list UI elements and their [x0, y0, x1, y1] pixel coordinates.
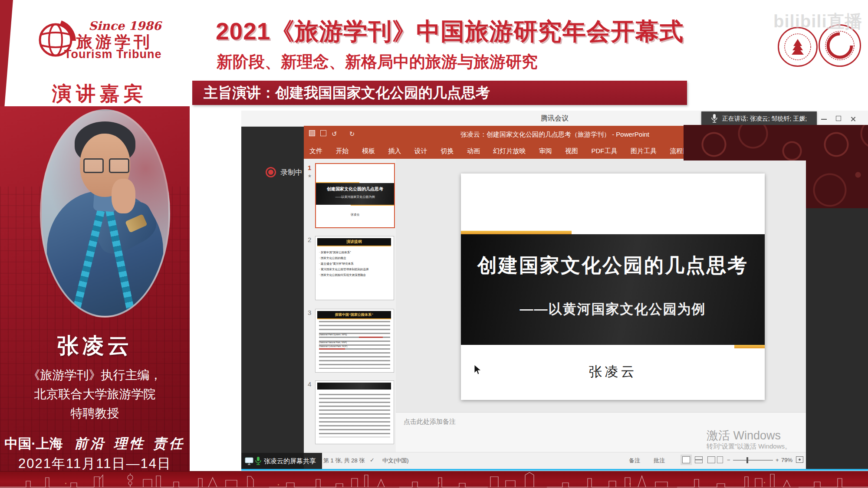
screen-share-toast: 张凌云的屏幕共享: [241, 453, 322, 469]
zoom-out-button[interactable]: −: [727, 457, 730, 463]
language-status[interactable]: 中文(中国): [382, 457, 409, 465]
animation-star-icon: ★: [308, 174, 312, 178]
slide-edit-area[interactable]: 创建国家文化公园的几点思考 ——以黄河国家文化公园为例 张凌云: [396, 159, 806, 412]
microphone-icon: [711, 114, 718, 123]
thumb-number-3: 3: [308, 309, 311, 316]
thumb-number-4: 4: [308, 380, 311, 388]
slide-thumbnail-4[interactable]: [315, 380, 394, 444]
notes-toggle-button[interactable]: 备注: [629, 457, 640, 465]
ppt-statusbar: 第 1 张, 共 28 张 ✓ 中文(中国) 备注 批注 − + 79%: [304, 452, 806, 469]
activate-windows-line2: 转到“设置”以激活 Windows。: [707, 442, 791, 451]
restore-icon: [836, 116, 841, 121]
slideshow-view-button[interactable]: [717, 456, 723, 463]
ribbon-tab-review[interactable]: 审阅: [533, 143, 558, 159]
speaker-credential-3: 特聘教授: [0, 405, 190, 422]
zoom-slider[interactable]: [733, 460, 773, 461]
keynote-banner-text: 主旨演讲：创建我国国家文化公园的几点思考: [192, 81, 687, 105]
thumb1-accent2: [351, 205, 394, 206]
screen-share-toast-text: 张凌云的屏幕共享: [264, 457, 316, 465]
photo-glasses-left: [83, 158, 104, 173]
close-icon: [851, 116, 856, 121]
thumb4-body-text: [319, 394, 390, 437]
current-slide-canvas[interactable]: 创建国家文化公园的几点思考 ——以黄河国家文化公园为例 张凌云: [461, 174, 765, 400]
event-subtitle: 新阶段、新理念、新格局中的旅游与旅游研究: [217, 51, 538, 73]
slide-thumbnail-panel[interactable]: 1 ★ 创建国家文化公园的几点思考 ——以黄河国家文化公园为例 张凌云 2 演讲…: [304, 159, 396, 452]
meeting-titlebar[interactable]: 腾讯会议 正在讲话: 张凌云; 邹统钎; 王媛;: [241, 111, 868, 127]
speaker-credential-1: 《旅游学刊》执行主编，: [0, 367, 190, 383]
thumb4-title-band: [317, 383, 391, 390]
slide-accent-bottom: [734, 345, 765, 348]
slide-author: 张凌云: [461, 363, 765, 381]
zoom-slider-handle[interactable]: [746, 457, 748, 463]
recording-label: 录制中: [280, 167, 302, 177]
slide-sorter-view-button[interactable]: [695, 456, 703, 463]
slide-accent-top: [461, 231, 572, 234]
thumb2-header: 演讲提纲: [317, 238, 391, 246]
record-icon: [266, 167, 276, 177]
desktop-wallpaper-pattern-side: [806, 125, 868, 208]
ribbon-tab-file[interactable]: 文件: [304, 143, 328, 159]
ribbon-tab-pdf-tools[interactable]: PDF工具: [586, 143, 623, 159]
minimize-button[interactable]: [821, 115, 834, 122]
thumb2-bullets: · 探索中国“国家公园体系” · 国家文化公园的概念 · 建立健全“黄河学”研究…: [319, 249, 392, 278]
ribbon-tab-template[interactable]: 模板: [356, 143, 381, 159]
share-border-line: [241, 469, 868, 471]
ribbon-tab-design[interactable]: 设计: [409, 143, 433, 159]
activate-windows-line1: 激活 Windows: [707, 428, 781, 443]
close-button[interactable]: [851, 115, 864, 122]
photo-hand: [112, 179, 135, 213]
thumb3-header: 探索中国“国家公园体系”: [317, 311, 391, 319]
event-location: 中国·上海: [4, 436, 62, 451]
speaking-indicator-text: 正在讲话: 张凌云; 邹统钎; 王媛;: [722, 115, 807, 123]
speaker-role-label: 演讲嘉宾: [0, 81, 200, 107]
spellcheck-icon[interactable]: ✓: [370, 457, 375, 463]
ribbon-tab-slideshow[interactable]: 幻灯片放映: [487, 143, 531, 159]
speaker-name: 张凌云: [0, 331, 190, 360]
notes-placeholder: 点击此处添加备注: [404, 418, 456, 426]
speaker-credential-2: 北京联合大学旅游学院: [0, 386, 190, 403]
slide-thumbnail-3[interactable]: 探索中国“国家公园体系” (National Park System, NPS)…: [315, 309, 394, 373]
thumb1-title: 创建国家文化公园的几点思考: [316, 186, 394, 192]
zoom-in-button[interactable]: +: [776, 457, 779, 463]
thumb1-title-band: 创建国家文化公园的几点思考 ——以黄河国家文化公园为例: [316, 183, 394, 205]
tencent-meeting-window: 腾讯会议 正在讲话: 张凌云; 邹统钎; 王媛; 录制中 ↺ ↻ 张凌云：创建国…: [241, 111, 868, 471]
slide-thumbnail-2[interactable]: 演讲提纲 · 探索中国“国家公园体系” · 国家文化公园的概念 · 建立健全“黄…: [315, 236, 394, 300]
comments-toggle-button[interactable]: 批注: [654, 457, 665, 465]
mouse-cursor: [474, 364, 482, 377]
ribbon-tab-insert[interactable]: 插入: [382, 143, 407, 159]
thumb-number-1: 1: [308, 164, 311, 171]
photo-glasses-right: [109, 158, 129, 173]
ribbon-tab-animations[interactable]: 动画: [461, 143, 486, 159]
thumb1-author: 张凌云: [316, 213, 394, 217]
normal-view-button[interactable]: [682, 456, 690, 463]
slide-thumbnail-1[interactable]: 创建国家文化公园的几点思考 ——以黄河国家文化公园为例 张凌云: [315, 163, 395, 228]
thumb-number-2: 2: [308, 236, 311, 243]
logo-since-text: Since 1986: [89, 19, 161, 33]
ribbon-tab-picture-tools[interactable]: 图片工具: [625, 143, 662, 159]
zoom-percentage[interactable]: 79%: [781, 457, 792, 463]
reading-view-button[interactable]: [707, 456, 715, 463]
event-motto: 前沿 理性 责任: [74, 436, 185, 451]
speaker-photo: [40, 109, 170, 318]
ribbon-tab-view[interactable]: 视图: [559, 143, 584, 159]
slide-title: 创建国家文化公园的几点思考: [461, 252, 765, 278]
screenshot-root: Since 1986 旅游学刊 Tourism Tribune 2021《旅游学…: [0, 0, 868, 488]
screen-icon: [245, 457, 253, 465]
speaking-indicator-toast: 正在讲话: 张凌云; 邹统钎; 王媛;: [701, 111, 817, 126]
thumb3-red-text: [319, 348, 345, 350]
powerpoint-window: ↺ ↻ 张凌云：创建国家文化公园的几点思考（旅游学刊） - PowerPoint…: [304, 126, 806, 468]
thumb3-red-text2: [359, 337, 383, 338]
slide-title-band: 创建国家文化公园的几点思考 ——以黄河国家文化公园为例: [461, 234, 765, 345]
keynote-banner: 主旨演讲：创建我国国家文化公园的几点思考: [192, 81, 687, 105]
fit-slide-button[interactable]: [796, 456, 803, 463]
thumb3-terms: (National Park System, NPS) (National Na…: [319, 321, 390, 348]
bilibili-live-watermark: bilibili直播: [773, 10, 863, 33]
event-dates: 2021年11月11日—14日: [0, 455, 190, 473]
ribbon-tab-home[interactable]: 开始: [330, 143, 354, 159]
green-mic-icon: [255, 457, 261, 465]
restore-button[interactable]: [836, 115, 849, 122]
skyline-footer-strip: [0, 471, 868, 488]
slide-counter: 第 1 张, 共 28 张: [323, 457, 365, 465]
ribbon-tab-transitions[interactable]: 切换: [435, 143, 459, 159]
minimize-icon: [821, 119, 827, 120]
